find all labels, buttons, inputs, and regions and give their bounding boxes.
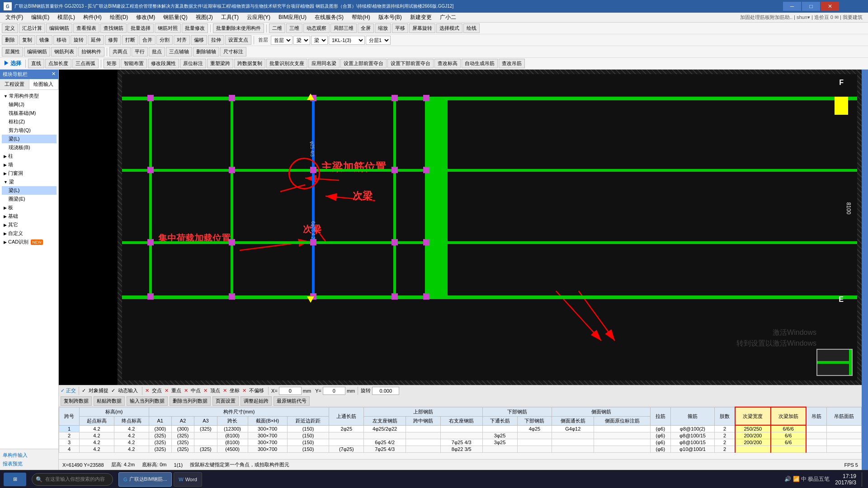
cell-hanger[interactable] — [806, 432, 827, 439]
dynamic-view-button[interactable]: 动态观察 — [303, 23, 330, 33]
cell-sec-add[interactable]: 6/6 — [771, 432, 806, 439]
dimension-button[interactable]: 尺寸标注 — [220, 47, 246, 56]
maximize-button[interactable]: □ — [802, 2, 820, 11]
copy-span-button[interactable]: 跨数据复制 — [234, 59, 265, 68]
cell-edge-dist[interactable]: (150) — [287, 446, 329, 453]
modify-span-button[interactable]: 修改段属性 — [148, 59, 179, 68]
point-length-button[interactable]: 点加长度 — [45, 59, 71, 68]
trim-button[interactable]: 修剪 — [105, 35, 121, 45]
modify-hanger-button[interactable]: 查改吊筋 — [499, 59, 525, 68]
layer-prop-button[interactable]: 层属性 — [2, 47, 23, 56]
tab-draw-input[interactable]: 绘图输入 — [29, 79, 59, 89]
cell-bot-reinf[interactable] — [517, 446, 552, 453]
tree-item-frame-col[interactable]: 框柱(Z) — [2, 117, 57, 126]
cell-section[interactable]: 300×700 — [248, 439, 287, 446]
tree-item-ring-beam[interactable]: 圈梁(E) — [2, 195, 57, 203]
cell-hanger-top[interactable] — [826, 425, 861, 432]
cell-top-cont[interactable]: (7φ25) — [329, 446, 364, 453]
draw-line-button[interactable]: 绘线 — [463, 23, 480, 33]
edit-rebar-button[interactable]: 编辑钢筋 — [46, 23, 72, 33]
table-preview-link[interactable]: 报表预览 — [2, 460, 57, 468]
y-input[interactable] — [323, 387, 345, 395]
tree-item-beam-main[interactable]: 梁(L) — [2, 186, 57, 195]
tree-item-cast-slab[interactable]: 现浇板(B) — [2, 143, 57, 152]
cell-side-cont[interactable]: G4φ12 — [552, 425, 594, 432]
original-rebar-code-button[interactable]: 最原钢筋代号 — [274, 396, 310, 406]
move-button[interactable]: 移动 — [53, 35, 70, 45]
cell-start-elev[interactable]: 4.2 — [79, 446, 114, 453]
menu-edit[interactable]: 编辑(E) — [28, 13, 53, 22]
cell-start-elev[interactable]: 4.2 — [79, 432, 114, 439]
cell-end-elev[interactable]: 4.2 — [114, 446, 149, 453]
cell-span-id[interactable]: 3 — [59, 439, 80, 446]
cell-section[interactable]: 300×700 — [248, 446, 287, 453]
cell-hanger-top[interactable] — [826, 432, 861, 439]
rect-button[interactable]: 矩形 — [104, 59, 120, 68]
in-place-note-button[interactable]: 原位标注 — [180, 59, 206, 68]
cell-hanger-top[interactable] — [826, 439, 861, 446]
copy-button[interactable]: 复制 — [19, 35, 35, 45]
tree-item-raft[interactable]: 筏板基础(M) — [2, 109, 57, 117]
cell-a3[interactable] — [194, 432, 217, 439]
cell-right-top[interactable] — [440, 425, 482, 432]
view-report-button[interactable]: 查看报表 — [73, 23, 99, 33]
cell-bot-reinf[interactable]: 4φ25 — [517, 425, 552, 432]
apply-same-beam-button[interactable]: 应用同名梁 — [308, 59, 340, 68]
x-input[interactable] — [279, 387, 302, 395]
set-pivot-button[interactable]: 设置支点 — [225, 35, 251, 45]
menu-new-change[interactable]: 新建变更 — [406, 13, 435, 22]
line-button[interactable]: 直线 — [28, 59, 44, 68]
snap-center[interactable]: 重点 — [170, 387, 183, 394]
cell-a2[interactable]: (300) — [171, 425, 194, 432]
rebar-compare-button[interactable]: 钢筋对照 — [155, 23, 181, 33]
menu-help[interactable]: 帮助(H) — [348, 13, 374, 22]
menu-online[interactable]: 在线服务(S) — [311, 13, 347, 22]
tree-item-shear-wall[interactable]: 剪力墙(Q) — [2, 126, 57, 135]
cell-stirrup[interactable]: φ10@100/1 — [670, 446, 714, 453]
cell-a2[interactable]: (325) — [171, 446, 194, 453]
cell-side-local[interactable] — [594, 439, 651, 446]
tree-item-grid[interactable]: 轴网(J) — [2, 100, 57, 109]
menu-cloud[interactable]: 云应用(Y) — [243, 13, 274, 22]
menu-modify[interactable]: 修改(M) — [132, 13, 159, 22]
align-button[interactable]: 对齐 — [174, 35, 190, 45]
cell-span-id[interactable]: 1 — [59, 425, 80, 432]
zoom-button[interactable]: 缩放 — [375, 23, 391, 33]
cell-right-top[interactable] — [440, 432, 482, 439]
screen-rotate-button[interactable]: 屏幕旋转 — [409, 23, 435, 33]
cell-tie[interactable]: (φ6) — [650, 446, 670, 453]
menu-tools[interactable]: 工具(T) — [217, 13, 242, 22]
local-3d-button[interactable]: 局部三维 — [330, 23, 357, 33]
rebar-list-button[interactable]: 钢筋列表 — [51, 47, 77, 56]
start-button[interactable]: ⊞ — [4, 473, 26, 486]
cell-left-top[interactable]: 4φ25/2φ22 — [364, 425, 406, 432]
cell-side-cont[interactable] — [552, 446, 594, 453]
close-button[interactable]: ✕ — [821, 2, 839, 11]
delete-button[interactable]: 删除 — [2, 35, 18, 45]
cell-bot-cont[interactable]: 3φ25 — [482, 432, 517, 439]
offset-button[interactable]: 偏移 — [191, 35, 207, 45]
cell-bot-cont[interactable] — [482, 425, 517, 432]
find-rebar-button[interactable]: 查找钢筋 — [100, 23, 127, 33]
panel-close-icon[interactable]: ✕ — [52, 71, 56, 78]
cell-hanger[interactable] — [806, 446, 827, 453]
cell-a1[interactable]: (325) — [149, 446, 171, 453]
snap-vertex[interactable]: 顶点 — [209, 387, 222, 394]
floor-selector[interactable]: 首层 — [271, 36, 292, 45]
cell-sec-width[interactable]: 250/250 — [735, 425, 770, 432]
menu-version[interactable]: 版本号(B) — [375, 13, 406, 22]
canvas-wrapper[interactable]: F E 8100 φ25 4/3 6φ25 4.2 — [59, 70, 862, 385]
calc-button[interactable]: 汇总计算 — [19, 23, 45, 33]
cell-top-cont[interactable] — [329, 432, 364, 439]
tree-item-opening[interactable]: ▶门窗洞 — [2, 169, 57, 178]
cell-left-top[interactable] — [364, 432, 406, 439]
fullscreen-button[interactable]: 全屏 — [358, 23, 374, 33]
three-point-axis-button[interactable]: 三点辅轴 — [166, 47, 192, 56]
tree-item-slab[interactable]: ▶板 — [2, 203, 57, 212]
snap-midpoint[interactable]: 中点 — [189, 387, 202, 394]
cell-a3[interactable] — [194, 439, 217, 446]
cell-side-local[interactable] — [594, 425, 651, 432]
merge-button[interactable]: 合并 — [139, 35, 156, 45]
pick-component-button[interactable]: 抬钢构件 — [78, 47, 104, 56]
select-mode-button[interactable]: 选择模式 — [436, 23, 462, 33]
